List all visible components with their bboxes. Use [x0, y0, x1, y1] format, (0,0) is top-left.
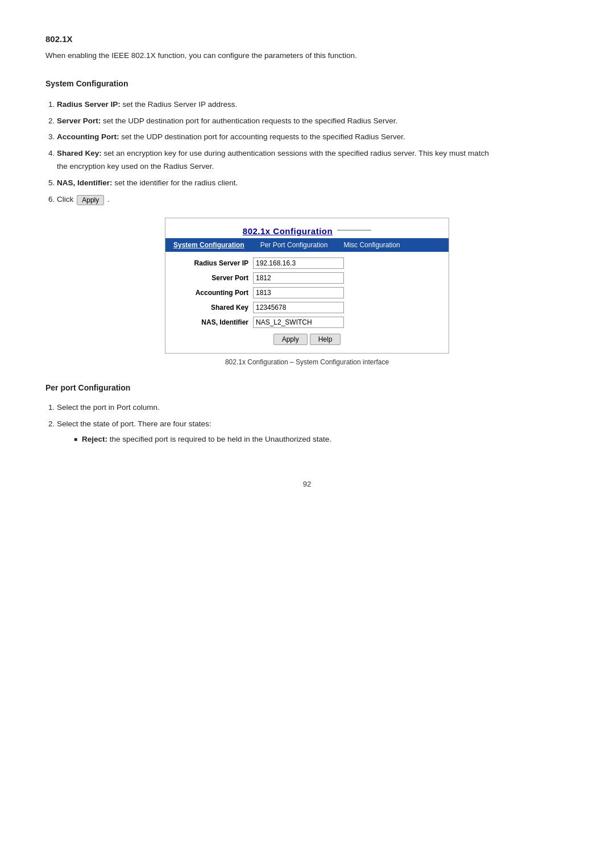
desc-shared-key: set an encryption key for use during aut…: [57, 149, 489, 171]
form-row-server-port: Server Port: [175, 272, 439, 284]
list-item-click-apply: Click Apply .: [57, 193, 500, 206]
form-row-nas-identifier: NAS, Identifier: [175, 317, 439, 328]
form-label-nas-identifier: NAS, Identifier: [175, 318, 248, 326]
form-row-accounting-port: Accounting Port: [175, 287, 439, 298]
term-radius-ip: Radius Server IP:: [57, 100, 121, 109]
config-help-button[interactable]: Help: [310, 334, 341, 345]
tab-system-config[interactable]: System Configuration: [165, 238, 252, 252]
sub-list-item-reject: Reject: the specified port is required t…: [74, 433, 495, 446]
list-item: Shared Key: set an encryption key for us…: [57, 147, 500, 173]
per-port-list-item-2: Select the state of port. There are four…: [57, 418, 500, 446]
term-server-port: Server Port:: [57, 117, 101, 125]
page-title: 802.1X: [45, 34, 569, 44]
form-input-accounting-port[interactable]: [253, 287, 344, 298]
desc-accounting-port: set the UDP destination port for account…: [121, 132, 405, 141]
desc-server-port: set the UDP destination port for authent…: [103, 117, 397, 125]
tab-misc-config[interactable]: Misc Configuration: [335, 238, 408, 252]
apply-inline-button[interactable]: Apply: [77, 195, 104, 205]
reject-term: Reject: the specified port is required t…: [82, 433, 331, 446]
per-port-config-heading: Per port Configuration: [45, 383, 569, 392]
config-tabs: System Configuration Per Port Configurat…: [165, 238, 449, 252]
per-port-list: Select the port in Port column. Select t…: [57, 401, 569, 445]
list-item: Accounting Port: set the UDP destination…: [57, 131, 500, 144]
form-label-server-port: Server Port: [175, 274, 248, 282]
per-port-list-item-1: Select the port in Port column.: [57, 401, 500, 414]
form-row-radius-ip: Radius Server IP: [175, 258, 439, 269]
form-input-shared-key[interactable]: [253, 302, 344, 313]
form-input-nas-identifier[interactable]: [253, 317, 344, 328]
desc-nas-identifier: set the identifier for the radius client…: [114, 178, 238, 187]
click-label: Click: [57, 193, 73, 206]
term-nas-identifier: NAS, Identifier:: [57, 178, 113, 187]
config-form-buttons: Apply Help: [175, 334, 439, 345]
system-config-list: Radius Server IP: set the Radius Server …: [57, 98, 569, 207]
form-input-server-port[interactable]: [253, 272, 344, 284]
term-accounting-port: Accounting Port:: [57, 132, 119, 141]
desc-radius-ip: set the Radius Server IP address.: [123, 100, 238, 109]
list-item: Server Port: set the UDP destination por…: [57, 115, 500, 128]
per-port-sub-list: Reject: the specified port is required t…: [74, 433, 500, 446]
period-label: .: [107, 193, 110, 206]
list-item: NAS, Identifier: set the identifier for …: [57, 177, 500, 190]
config-box-title: 802.1x Configuration: [243, 222, 333, 238]
title-underline: [337, 230, 371, 231]
form-row-shared-key: Shared Key: [175, 302, 439, 313]
form-label-accounting-port: Accounting Port: [175, 289, 248, 297]
term-shared-key: Shared Key:: [57, 149, 102, 157]
config-box: 802.1x Configuration System Configuratio…: [165, 218, 449, 354]
list-item: Radius Server IP: set the Radius Server …: [57, 98, 500, 111]
config-form: Radius Server IP Server Port Accounting …: [165, 252, 449, 353]
system-config-heading: System Configuration: [45, 79, 569, 88]
form-input-radius-ip[interactable]: [253, 258, 344, 269]
tab-per-port-config[interactable]: Per Port Configuration: [252, 238, 336, 252]
config-apply-button[interactable]: Apply: [273, 334, 308, 345]
config-box-title-row: 802.1x Configuration: [165, 218, 449, 238]
form-label-radius-ip: Radius Server IP: [175, 259, 248, 267]
intro-text: When enabling the IEEE 802.1X function, …: [45, 49, 489, 62]
page-number: 92: [45, 480, 569, 488]
form-label-shared-key: Shared Key: [175, 304, 248, 312]
per-port-item-1-text: Select the port in Port column.: [57, 403, 160, 412]
config-box-caption: 802.1x Configuration – System Configurat…: [45, 358, 569, 366]
tab-separator: [408, 238, 449, 252]
per-port-item-2-text: Select the state of port. There are four…: [57, 420, 211, 428]
